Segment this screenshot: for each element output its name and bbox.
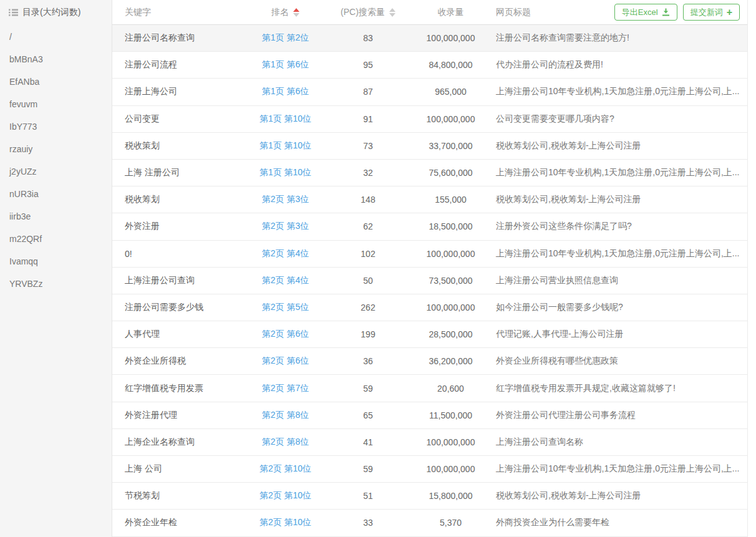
search-volume-cell: 65 [324,410,412,420]
rank-cell: 第2页 第3位 [246,221,324,232]
keyword-cell: 上海 公司 [112,463,246,475]
sidebar-directory-item[interactable]: nUR3ia [0,183,112,205]
page-title-cell: 公司变更需要变更哪几项内容? [490,114,747,125]
rank-link[interactable]: 第1页 第10位 [259,114,311,123]
page-title-cell: 代办注册公司的流程及费用! [490,59,747,70]
column-header-keyword-label: 关键字 [125,7,151,18]
sidebar-directory-item[interactable]: iirb3e [0,205,112,228]
indexed-cell: 100,000,000 [412,437,490,447]
sidebar-directory-item[interactable]: IbY773 [0,115,112,138]
rank-cell: 第2页 第4位 [246,248,324,259]
keyword-cell: 上海注册公司查询 [112,275,246,286]
table-row: 注册公司需要多少钱 第2页 第5位 262 100,000,000 如今注册公司… [112,294,747,321]
column-header-page-title-label: 网页标题 [496,7,531,18]
rank-link[interactable]: 第2页 第4位 [262,275,309,285]
rank-link[interactable]: 第2页 第8位 [262,437,309,447]
keyword-cell: 注册公司流程 [112,59,246,70]
rank-link[interactable]: 第1页 第10位 [259,140,311,150]
search-volume-cell: 32 [324,168,412,178]
table-row: 外资企业所得税 第2页 第6位 36 36,200,000 外资企业所得税有哪些… [112,348,747,375]
search-volume-cell: 87 [324,87,412,97]
search-volume-cell: 50 [324,276,412,286]
search-volume-cell: 148 [324,195,412,205]
table-row: 节税筹划 第2页 第10位 51 15,800,000 税收筹划公司,税收筹划-… [112,483,747,510]
rank-link[interactable]: 第2页 第10位 [259,517,311,527]
rank-link[interactable]: 第1页 第6位 [262,59,309,69]
rank-link[interactable]: 第1页 第6位 [262,86,309,96]
keyword-cell: 公司变更 [112,114,246,125]
column-header-rank[interactable]: 排名 [246,7,324,18]
indexed-cell: 73,500,000 [412,276,490,286]
indexed-cell: 36,200,000 [412,356,490,366]
keyword-cell: 人事代理 [112,329,246,340]
indexed-cell: 15,800,000 [412,491,490,501]
rank-link[interactable]: 第1页 第2位 [262,32,309,42]
rank-cell: 第2页 第3位 [246,194,324,205]
plus-icon: + [727,7,732,17]
indexed-cell: 155,000 [412,195,490,205]
keyword-table: 关键字 排名 (PC)搜索量 收录量 网页标题 [112,0,748,537]
download-icon [662,8,670,16]
rank-link[interactable]: 第2页 第6位 [262,329,309,339]
keyword-cell: 外资企业年检 [112,517,246,528]
keyword-cell: 注册上海公司 [112,86,246,97]
indexed-cell: 5,370 [412,518,490,528]
sidebar-directory-item[interactable]: fevuvm [0,93,112,115]
sidebar-directory-item[interactable]: / [0,26,112,48]
table-row: 红字增值税专用发票 第2页 第7位 59 20,600 红字增值税专用发票开具规… [112,375,747,402]
keyword-cell: 红字增值税专用发票 [112,383,246,394]
sidebar-directory-item[interactable]: j2yUZz [0,160,112,183]
column-header-search-volume-label: (PC)搜索量 [341,7,385,18]
indexed-cell: 100,000,000 [412,114,490,124]
rank-link[interactable]: 第2页 第4位 [262,248,309,258]
rank-link[interactable]: 第1页 第10位 [259,167,311,177]
page-title-cell: 税收筹划公司,税收筹划-上海公司注册 [490,490,747,501]
keyword-cell: 外资注册代理 [112,410,246,421]
search-volume-cell: 91 [324,114,412,124]
submit-new-words-button[interactable]: 提交新词 + [683,4,740,21]
rank-link[interactable]: 第2页 第5位 [262,302,309,312]
rank-link[interactable]: 第2页 第10位 [259,463,311,473]
table-row: 上海注册公司查询 第2页 第4位 50 73,500,000 上海注册公司营业执… [112,268,747,294]
sidebar: 目录(大约词数) / bMBnA3 EfANba fevuvm IbY773 r… [0,0,112,537]
search-volume-cell: 36 [324,356,412,366]
export-excel-button[interactable]: 导出Excel [614,4,677,21]
sidebar-directory-item[interactable]: Ivamqq [0,250,112,273]
table-row: 上海 注册公司 第1页 第10位 32 75,600,000 上海注册公司10年… [112,160,747,186]
search-volume-cell: 59 [324,384,412,394]
search-volume-cell: 62 [324,221,412,231]
rank-cell: 第1页 第10位 [246,114,324,125]
rank-link[interactable]: 第2页 第10位 [259,490,311,500]
sidebar-directory-item[interactable]: m22QRf [0,228,112,250]
table-row: 0! 第2页 第4位 102 100,000,000 上海注册公司10年专业机构… [112,241,747,268]
rank-cell: 第2页 第8位 [246,437,324,448]
keyword-cell: 节税筹划 [112,490,246,501]
sort-icon-rank[interactable] [293,8,299,17]
rank-link[interactable]: 第2页 第8位 [262,410,309,420]
sidebar-directory-item[interactable]: YRVBZz [0,273,112,295]
search-volume-cell: 73 [324,141,412,151]
rank-cell: 第2页 第8位 [246,410,324,421]
keyword-cell: 外资企业所得税 [112,356,246,367]
rank-link[interactable]: 第2页 第3位 [262,221,309,231]
sort-icon-search-volume[interactable] [389,8,395,17]
table-row: 上海企业名称查询 第2页 第8位 41 100,000,000 上海注册公司查询… [112,429,747,456]
column-header-search-volume[interactable]: (PC)搜索量 [324,7,412,18]
column-header-indexed: 收录量 [412,7,490,18]
table-row: 外资注册代理 第2页 第8位 65 11,500,000 外资注册公司代理注册公… [112,402,747,429]
indexed-cell: 20,600 [412,384,490,394]
table-row: 注册公司名称查询 第1页 第2位 83 100,000,000 注册公司名称查询… [112,25,747,52]
table-row: 外资注册 第2页 第3位 62 18,500,000 注册外资公司这些条件你满足… [112,213,747,240]
page-title-cell: 红字增值税专用发票开具规定,收藏这篇就够了! [490,383,747,394]
page-title-cell: 上海注册公司10年专业机构,1天加急注册,0元注册上海公司,上... [490,86,747,97]
rank-link[interactable]: 第2页 第3位 [262,194,309,204]
search-volume-cell: 199 [324,329,412,339]
search-volume-cell: 83 [324,33,412,43]
sidebar-directory-item[interactable]: bMBnA3 [0,48,112,70]
sidebar-directory-item[interactable]: EfANba [0,70,112,93]
rank-link[interactable]: 第2页 第6位 [262,356,309,365]
toolbar: 导出Excel 提交新词 + [614,4,740,21]
sidebar-directory-item[interactable]: rzauiy [0,138,112,160]
submit-new-words-label: 提交新词 [691,7,723,18]
rank-link[interactable]: 第2页 第7位 [262,383,309,393]
